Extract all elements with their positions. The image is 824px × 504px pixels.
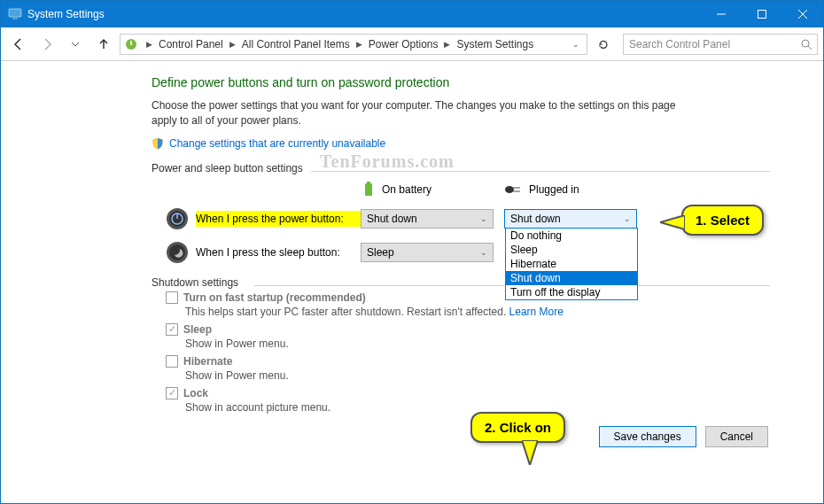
power-battery-combo[interactable]: Shut down⌄ (361, 209, 494, 229)
crumb-3[interactable]: System Settings (455, 36, 535, 52)
maximize-button[interactable] (742, 1, 782, 27)
recent-button[interactable] (63, 32, 88, 57)
opt-turn-off-display[interactable]: Turn off the display (506, 285, 637, 299)
power-button-label: When I press the power button: (196, 211, 361, 227)
fast-startup-label: Turn on fast startup (recommended) (183, 291, 366, 304)
sleep-label: Sleep (183, 323, 212, 336)
battery-icon (362, 181, 377, 198)
shield-icon (152, 137, 164, 150)
svg-rect-2 (758, 11, 766, 19)
svg-marker-13 (660, 215, 685, 229)
back-button[interactable] (6, 32, 31, 57)
sleep-checkbox[interactable]: ✓ (166, 323, 178, 336)
plug-icon (504, 183, 524, 196)
crumb-1[interactable]: All Control Panel Items (240, 36, 352, 52)
svg-marker-14 (522, 440, 538, 465)
opt-hibernate[interactable]: Hibernate (506, 257, 637, 271)
save-changes-button[interactable]: Save changes (599, 426, 696, 447)
col-plugged: Plugged in (529, 183, 579, 196)
power-options-icon (124, 37, 138, 51)
svg-rect-1 (12, 18, 18, 19)
window-title: System Settings (27, 8, 105, 20)
col-battery: On battery (382, 183, 431, 196)
cancel-button[interactable]: Cancel (705, 426, 768, 447)
up-button[interactable] (91, 32, 116, 57)
opt-sleep[interactable]: Sleep (506, 243, 637, 257)
opt-do-nothing[interactable]: Do nothing (506, 229, 637, 243)
page-description: Choose the power settings that you want … (152, 98, 683, 128)
sleep-battery-combo[interactable]: Sleep⌄ (361, 243, 494, 262)
forward-button[interactable] (35, 32, 59, 57)
page-heading: Define power buttons and turn on passwor… (152, 75, 770, 89)
crumb-2[interactable]: Power Options (367, 36, 440, 52)
callout-click-on: 2. Click on (470, 412, 565, 443)
power-plugged-combo[interactable]: Shut down⌄ (504, 209, 637, 229)
search-input[interactable]: Search Control Panel (623, 34, 818, 55)
svg-rect-5 (365, 183, 372, 196)
lock-checkbox[interactable]: ✓ (166, 387, 178, 399)
sleep-button-label: When I press the sleep button: (196, 246, 361, 259)
lock-label: Lock (183, 387, 208, 399)
minimize-button[interactable] (701, 1, 742, 27)
opt-shut-down[interactable]: Shut down (506, 271, 637, 285)
search-icon (800, 38, 812, 50)
fast-startup-checkbox[interactable] (166, 291, 178, 304)
crumb-0[interactable]: Control Panel (157, 36, 225, 52)
close-button[interactable] (782, 1, 823, 27)
svg-point-7 (505, 186, 514, 193)
svg-rect-0 (9, 9, 21, 17)
power-button-icon (166, 207, 189, 230)
callout-select: 1. Select (681, 205, 764, 236)
sleep-button-icon (166, 241, 189, 264)
change-settings-link[interactable]: Change settings that are currently unava… (169, 137, 385, 150)
breadcrumb[interactable]: ▶ Control Panel▶ All Control Panel Items… (120, 34, 587, 55)
learn-more-link[interactable]: Learn More (509, 306, 564, 318)
refresh-button[interactable] (591, 32, 616, 57)
plugged-dropdown[interactable]: Do nothing Sleep Hibernate Shut down Tur… (505, 228, 638, 300)
svg-rect-6 (367, 182, 370, 183)
svg-point-4 (802, 40, 809, 47)
section-power-sleep: Power and sleep button settings (152, 162, 770, 174)
section-shutdown: Shutdown settings (152, 276, 770, 289)
hibernate-checkbox[interactable] (166, 355, 178, 368)
monitor-icon (8, 7, 22, 21)
search-placeholder: Search Control Panel (629, 38, 730, 50)
hibernate-label: Hibernate (183, 355, 232, 368)
